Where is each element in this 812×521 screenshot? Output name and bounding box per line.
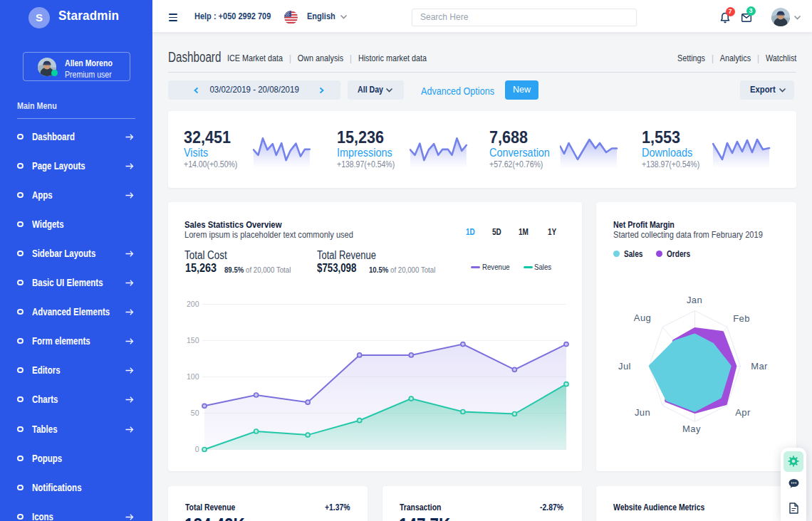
svg-text:0: 0 xyxy=(195,445,199,453)
svg-text:150: 150 xyxy=(187,336,199,344)
svg-text:May: May xyxy=(682,423,701,434)
svg-text:Aug: Aug xyxy=(634,312,651,323)
svg-text:Feb: Feb xyxy=(733,313,750,324)
svg-text:Jul: Jul xyxy=(618,361,631,372)
svg-text:200: 200 xyxy=(187,300,199,308)
svg-text:50: 50 xyxy=(191,409,199,417)
svg-text:Jan: Jan xyxy=(687,295,702,305)
svg-text:Apr: Apr xyxy=(735,407,751,418)
svg-text:Jun: Jun xyxy=(635,407,650,418)
svg-text:Mar: Mar xyxy=(751,361,768,372)
svg-text:100: 100 xyxy=(187,372,199,381)
